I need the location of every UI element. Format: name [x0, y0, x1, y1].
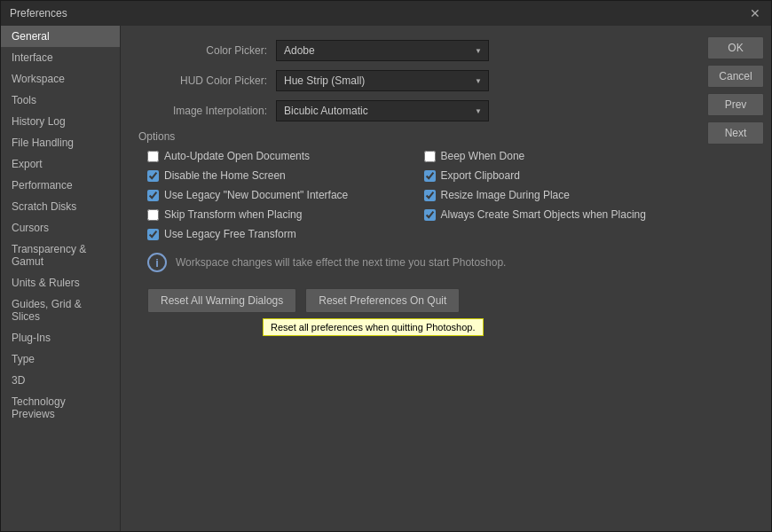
sidebar-item-guides-grid-slices[interactable]: Guides, Grid & Slices	[1, 293, 120, 327]
checkbox-disable-home[interactable]	[147, 170, 159, 182]
color-picker-row: Color Picker: AdobeWindows	[138, 40, 682, 61]
action-buttons: OK Cancel Prev Next	[700, 26, 771, 531]
checkbox-skip-transform[interactable]	[147, 209, 159, 221]
hud-color-picker-label: HUD Color Picker:	[138, 74, 276, 87]
ok-button[interactable]: OK	[707, 36, 764, 59]
options-label: Options	[138, 130, 682, 143]
sidebar-item-technology-previews[interactable]: Technology Previews	[1, 391, 120, 425]
cancel-button[interactable]: Cancel	[707, 65, 764, 88]
bottom-buttons: Reset All Warning Dialogs Reset Preferen…	[147, 288, 682, 313]
checkbox-row-always-smart-objects: Always Create Smart Objects when Placing	[424, 208, 683, 221]
checkbox-row-resize-image: Resize Image During Place	[424, 189, 683, 201]
sidebar-item-scratch-disks[interactable]: Scratch Disks	[1, 196, 120, 217]
sidebar-item-transparency-gamut[interactable]: Transparency & Gamut	[1, 239, 120, 272]
checkbox-label-auto-update: Auto-Update Open Documents	[164, 150, 310, 162]
checkbox-row-use-legacy-new-doc: Use Legacy "New Document" Interface	[147, 189, 406, 201]
sidebar-item-units-rulers[interactable]: Units & Rulers	[1, 272, 120, 293]
reset-warnings-button[interactable]: Reset All Warning Dialogs	[147, 288, 296, 313]
image-interpolation-label: Image Interpolation:	[138, 105, 276, 117]
image-interpolation-row: Image Interpolation: Bicubic AutomaticNe…	[138, 100, 682, 121]
prev-button[interactable]: Prev	[707, 93, 764, 116]
close-button[interactable]: ✕	[748, 6, 762, 20]
checkbox-label-use-legacy-new-doc: Use Legacy "New Document" Interface	[164, 189, 348, 201]
sidebar: GeneralInterfaceWorkspaceToolsHistory Lo…	[1, 26, 121, 531]
sidebar-item-performance[interactable]: Performance	[1, 175, 120, 196]
image-interpolation-select-wrapper: Bicubic AutomaticNearest NeighborBilinea…	[276, 100, 489, 121]
checkbox-beep-when-done[interactable]	[424, 151, 436, 162]
checkbox-row-auto-update: Auto-Update Open Documents	[147, 150, 406, 162]
sidebar-item-interface[interactable]: Interface	[1, 47, 120, 68]
hud-color-picker-select[interactable]: Hue Strip (Small)Hue Strip (Medium)Hue S…	[276, 70, 489, 91]
checkbox-always-smart-objects[interactable]	[424, 209, 436, 221]
color-picker-select-wrapper: AdobeWindows	[276, 40, 489, 61]
checkbox-label-resize-image: Resize Image During Place	[441, 189, 570, 201]
sidebar-item-general[interactable]: General	[1, 26, 120, 47]
sidebar-item-file-handling[interactable]: File Handling	[1, 132, 120, 153]
info-text: Workspace changes will take effect the n…	[176, 256, 506, 269]
sidebar-item-3d[interactable]: 3D	[1, 370, 120, 391]
color-picker-label: Color Picker:	[138, 44, 276, 57]
checkbox-label-always-smart-objects: Always Create Smart Objects when Placing	[441, 208, 646, 221]
color-picker-select[interactable]: AdobeWindows	[276, 40, 489, 61]
options-section: Options Auto-Update Open DocumentsBeep W…	[138, 130, 682, 240]
hud-color-picker-row: HUD Color Picker: Hue Strip (Small)Hue S…	[138, 70, 682, 91]
sidebar-item-plug-ins[interactable]: Plug-Ins	[1, 327, 120, 348]
info-icon: i	[147, 253, 167, 272]
hud-color-picker-select-wrapper: Hue Strip (Small)Hue Strip (Medium)Hue S…	[276, 70, 489, 91]
checkbox-label-skip-transform: Skip Transform when Placing	[164, 208, 302, 221]
tooltip: Reset all preferences when quitting Phot…	[263, 318, 484, 336]
checkbox-row-disable-home: Disable the Home Screen	[147, 169, 406, 182]
checkbox-resize-image[interactable]	[424, 190, 436, 201]
checkbox-row-skip-transform: Skip Transform when Placing	[147, 208, 406, 221]
checkbox-row-export-clipboard: Export Clipboard	[424, 169, 683, 182]
checkbox-auto-update[interactable]	[147, 151, 159, 162]
next-button[interactable]: Next	[707, 121, 764, 145]
sidebar-item-cursors[interactable]: Cursors	[1, 217, 120, 239]
options-grid: Auto-Update Open DocumentsBeep When Done…	[147, 150, 682, 240]
image-interpolation-select[interactable]: Bicubic AutomaticNearest NeighborBilinea…	[276, 100, 489, 121]
checkbox-row-use-legacy-transform: Use Legacy Free Transform	[147, 228, 406, 240]
checkbox-label-beep-when-done: Beep When Done	[441, 150, 525, 162]
title-bar: Preferences ✕	[1, 1, 771, 26]
main-area: Color Picker: AdobeWindows HUD Color Pic…	[121, 26, 700, 531]
sidebar-item-tools[interactable]: Tools	[1, 90, 120, 111]
reset-preferences-button[interactable]: Reset Preferences On Quit	[305, 288, 460, 313]
sidebar-item-history-log[interactable]: History Log	[1, 111, 120, 132]
dialog-title: Preferences	[10, 7, 67, 20]
checkbox-label-disable-home: Disable the Home Screen	[164, 169, 286, 182]
checkbox-row-beep-when-done: Beep When Done	[424, 150, 683, 162]
checkbox-use-legacy-transform[interactable]	[147, 229, 159, 240]
sidebar-item-export[interactable]: Export	[1, 153, 120, 175]
dialog-content: GeneralInterfaceWorkspaceToolsHistory Lo…	[1, 26, 771, 531]
checkbox-export-clipboard[interactable]	[424, 170, 436, 182]
preferences-dialog: Preferences ✕ GeneralInterfaceWorkspaceT…	[0, 0, 772, 532]
sidebar-item-type[interactable]: Type	[1, 348, 120, 370]
checkbox-use-legacy-new-doc[interactable]	[147, 190, 159, 201]
info-row: i Workspace changes will take effect the…	[147, 253, 682, 272]
sidebar-item-workspace[interactable]: Workspace	[1, 68, 120, 90]
checkbox-label-use-legacy-transform: Use Legacy Free Transform	[164, 228, 296, 240]
checkbox-label-export-clipboard: Export Clipboard	[441, 169, 520, 182]
